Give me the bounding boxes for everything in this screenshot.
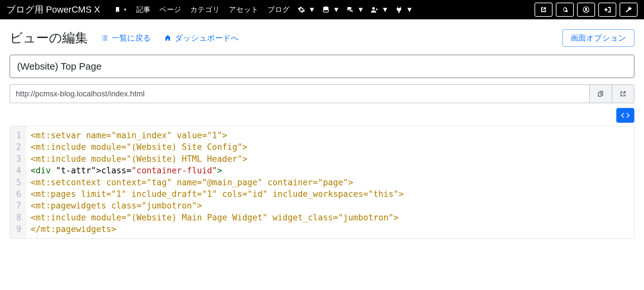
- nav-blog[interactable]: ブログ: [263, 5, 294, 15]
- caret-down-icon: ▼: [308, 5, 316, 14]
- user-plus-icon: [371, 6, 378, 14]
- wrench-icon: [625, 6, 632, 14]
- user-button[interactable]: [577, 3, 595, 17]
- bookmark-icon: [114, 6, 121, 13]
- comments-menu[interactable]: ▼: [343, 5, 367, 14]
- logout-button[interactable]: [598, 3, 616, 17]
- svg-point-3: [585, 8, 587, 10]
- copy-icon: [597, 90, 605, 98]
- database-menu[interactable]: ▼: [319, 5, 343, 14]
- plugins-menu[interactable]: ▼: [392, 5, 416, 14]
- caret-down-icon: ▼: [333, 5, 340, 14]
- bookmark-menu[interactable]: ▼: [110, 6, 132, 13]
- comments-icon: [346, 6, 354, 14]
- topbar: ブログ用 PowerCMS X ▼ 記事 ページ カテゴリ アセット ブログ ▼…: [0, 0, 644, 19]
- external-button[interactable]: [535, 3, 553, 17]
- url-input[interactable]: [10, 84, 589, 103]
- refresh-icon: [561, 6, 569, 14]
- caret-down-icon: ▼: [382, 5, 389, 14]
- code-editor[interactable]: 123456789 <mt:setvar name="main_index" v…: [10, 126, 634, 239]
- home-icon: [164, 34, 172, 42]
- code-body: <mt:setvar name="main_index" value="1"><…: [26, 126, 634, 238]
- plug-icon: [395, 6, 403, 14]
- line-gutter: 123456789: [10, 126, 26, 238]
- database-icon: [322, 6, 330, 14]
- nav-assets[interactable]: アセット: [224, 5, 263, 15]
- open-external-icon: [619, 90, 627, 98]
- copy-url-button[interactable]: [589, 84, 612, 103]
- topbar-right: [535, 3, 638, 17]
- settings-menu[interactable]: ▼: [294, 5, 319, 14]
- url-row: [10, 84, 634, 103]
- code-toggle-row: [10, 108, 634, 123]
- dashboard-label: ダッシュボードへ: [175, 33, 239, 43]
- open-url-button[interactable]: [612, 84, 634, 103]
- content: ビューの編集 一覧に戻る ダッシュボードへ 画面オプション 123456789 …: [0, 19, 644, 239]
- nav-categories[interactable]: カテゴリ: [186, 5, 224, 15]
- refresh-button[interactable]: [556, 3, 574, 17]
- header-row: ビューの編集 一覧に戻る ダッシュボードへ 画面オプション: [10, 29, 634, 47]
- external-icon: [540, 6, 547, 14]
- nav-articles[interactable]: 記事: [132, 5, 155, 15]
- user-add-menu[interactable]: ▼: [367, 5, 392, 14]
- code-icon: [621, 111, 630, 120]
- caret-down-icon: ▼: [357, 5, 364, 14]
- list-icon: [101, 34, 109, 42]
- svg-point-1: [372, 7, 375, 10]
- view-name-input[interactable]: [10, 55, 634, 78]
- user-circle-icon: [582, 6, 590, 14]
- page-title: ビューの編集: [10, 29, 88, 47]
- back-to-list-label: 一覧に戻る: [112, 33, 151, 43]
- back-to-list-link[interactable]: 一覧に戻る: [101, 33, 151, 43]
- logout-icon: [603, 6, 611, 14]
- code-view-toggle[interactable]: [616, 108, 634, 123]
- nav-pages[interactable]: ページ: [155, 5, 186, 15]
- tools-button[interactable]: [620, 3, 638, 17]
- dashboard-link[interactable]: ダッシュボードへ: [164, 33, 239, 43]
- caret-down-icon: ▼: [406, 5, 413, 14]
- screen-options-button[interactable]: 画面オプション: [563, 29, 634, 47]
- brand-title: ブログ用 PowerCMS X: [6, 4, 100, 16]
- caret-down-icon: ▼: [123, 7, 127, 12]
- gear-icon: [298, 6, 305, 14]
